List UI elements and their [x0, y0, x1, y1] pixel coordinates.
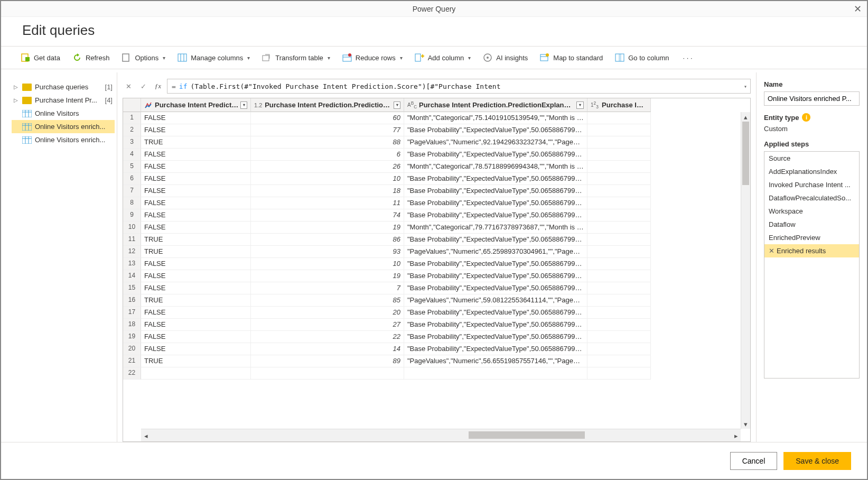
cell[interactable]: 86	[251, 234, 404, 246]
cell[interactable]: "Base Probability","ExpectedValueType",5…	[404, 234, 587, 246]
cell[interactable]	[587, 307, 651, 319]
cell[interactable]	[587, 355, 651, 367]
cell[interactable]: "Base Probability","ExpectedValueType",5…	[404, 282, 587, 294]
cell[interactable]	[587, 112, 651, 124]
cell[interactable]	[587, 185, 651, 197]
cell[interactable]	[251, 367, 404, 380]
info-icon[interactable]: i	[802, 113, 810, 122]
column-header[interactable]: ABCPurchase Intent Prediction.Prediction…	[404, 98, 587, 112]
row-number[interactable]: 16	[123, 294, 141, 307]
row-number[interactable]: 12	[123, 246, 141, 258]
row-number[interactable]: 9	[123, 209, 141, 221]
cell[interactable]: "PageValues","Numeric",92.19429633232734…	[404, 136, 587, 149]
row-number[interactable]: 8	[123, 197, 141, 209]
row-number[interactable]: 18	[123, 319, 141, 331]
options-button[interactable]: Options ▾	[117, 50, 170, 66]
cell[interactable]: "Month","Categorical",79.77167378973687,…	[404, 221, 587, 234]
cell[interactable]	[587, 173, 651, 185]
scroll-thumb[interactable]	[742, 122, 749, 185]
applied-step[interactable]: Invoked Purchase Intent ...	[764, 178, 859, 191]
vertical-scrollbar[interactable]: ▴ ▾	[741, 112, 750, 429]
cell[interactable]: 10	[251, 258, 404, 270]
filter-dropdown-icon[interactable]: ▾	[394, 101, 400, 109]
row-number[interactable]: 7	[123, 185, 141, 197]
save-close-button[interactable]: Save & close	[783, 452, 851, 470]
cell[interactable]	[587, 282, 651, 294]
row-number[interactable]: 2	[123, 124, 141, 136]
cell[interactable]: 6	[251, 149, 404, 161]
cell[interactable]	[587, 197, 651, 209]
cell[interactable]: 74	[251, 209, 404, 221]
cell[interactable]: "Base Probability","ExpectedValueType",5…	[404, 209, 587, 221]
cell[interactable]: FALSE	[141, 307, 251, 319]
cell[interactable]	[587, 234, 651, 246]
add-column-button[interactable]: Add column ▾	[410, 50, 475, 66]
cell[interactable]: TRUE	[141, 355, 251, 367]
cell[interactable]: 60	[251, 112, 404, 124]
cell[interactable]: FALSE	[141, 270, 251, 282]
expand-icon[interactable]: ▷	[14, 84, 19, 90]
row-number[interactable]: 6	[123, 173, 141, 185]
cell[interactable]: TRUE	[141, 294, 251, 307]
query-item[interactable]: Online Visitors	[12, 107, 115, 120]
cell[interactable]: FALSE	[141, 161, 251, 173]
row-number[interactable]: 11	[123, 234, 141, 246]
row-number[interactable]: 22	[123, 367, 141, 380]
refresh-button[interactable]: Refresh	[68, 50, 114, 66]
cell[interactable]	[587, 246, 651, 258]
row-number[interactable]: 5	[123, 161, 141, 173]
cell[interactable]: FALSE	[141, 258, 251, 270]
cell[interactable]: 22	[251, 331, 404, 343]
cell[interactable]: "Base Probability","ExpectedValueType",5…	[404, 124, 587, 136]
commit-formula-icon[interactable]: ✓	[137, 80, 149, 92]
cell[interactable]: 7	[251, 282, 404, 294]
cell[interactable]: 10	[251, 173, 404, 185]
cell[interactable]	[587, 124, 651, 136]
cell[interactable]	[587, 161, 651, 173]
row-number[interactable]: 1	[123, 112, 141, 124]
cell[interactable]: "Base Probability","ExpectedValueType",5…	[404, 258, 587, 270]
query-item[interactable]: Online Visitors enrich...	[12, 133, 115, 146]
row-number[interactable]: 20	[123, 343, 141, 355]
scroll-up-icon[interactable]: ▴	[741, 112, 750, 122]
row-number[interactable]: 15	[123, 282, 141, 294]
column-header[interactable]: 123Purchase Inter	[587, 98, 651, 112]
scroll-left-icon[interactable]: ◂	[141, 429, 151, 442]
cell[interactable]	[141, 367, 251, 380]
applied-step[interactable]: EnrichedPreview	[764, 231, 859, 244]
applied-step[interactable]: DataflowPrecalculatedSo...	[764, 191, 859, 205]
cell[interactable]: FALSE	[141, 112, 251, 124]
cell[interactable]: FALSE	[141, 221, 251, 234]
transform-table-button[interactable]: Transform table ▾	[257, 50, 334, 66]
cell[interactable]: "Base Probability","ExpectedValueType",5…	[404, 343, 587, 355]
row-number[interactable]: 14	[123, 270, 141, 282]
cell[interactable]: FALSE	[141, 209, 251, 221]
cell[interactable]: "Month","Categorical",75.14019105139549,…	[404, 112, 587, 124]
applied-step[interactable]: ✕Enriched results	[764, 244, 859, 257]
cell[interactable]: "Base Probability","ExpectedValueType",5…	[404, 185, 587, 197]
cell[interactable]	[587, 331, 651, 343]
fx-icon[interactable]: ƒx	[152, 82, 164, 90]
cell[interactable]: 26	[251, 161, 404, 173]
cell[interactable]: "Base Probability","ExpectedValueType",5…	[404, 270, 587, 282]
row-number[interactable]: 13	[123, 258, 141, 270]
cell[interactable]	[587, 258, 651, 270]
cell[interactable]: 19	[251, 221, 404, 234]
cell[interactable]: "PageValues","Numeric",56.65519857557146…	[404, 355, 587, 367]
cell[interactable]: "Base Probability","ExpectedValueType",5…	[404, 331, 587, 343]
cell[interactable]: 85	[251, 294, 404, 307]
cell[interactable]: "Base Probability","ExpectedValueType",5…	[404, 149, 587, 161]
delete-step-icon[interactable]: ✕	[769, 247, 774, 255]
row-number[interactable]: 21	[123, 355, 141, 367]
cell[interactable]: 14	[251, 343, 404, 355]
cell[interactable]: FALSE	[141, 197, 251, 209]
applied-step[interactable]: Workspace	[764, 205, 859, 218]
cell[interactable]: 93	[251, 246, 404, 258]
cell[interactable]: 27	[251, 319, 404, 331]
cell[interactable]: TRUE	[141, 136, 251, 149]
reduce-rows-button[interactable]: Reduce rows ▾	[338, 50, 407, 66]
cell[interactable]	[587, 343, 651, 355]
cell[interactable]: 18	[251, 185, 404, 197]
cell[interactable]: FALSE	[141, 124, 251, 136]
cell[interactable]: "Base Probability","ExpectedValueType",5…	[404, 197, 587, 209]
